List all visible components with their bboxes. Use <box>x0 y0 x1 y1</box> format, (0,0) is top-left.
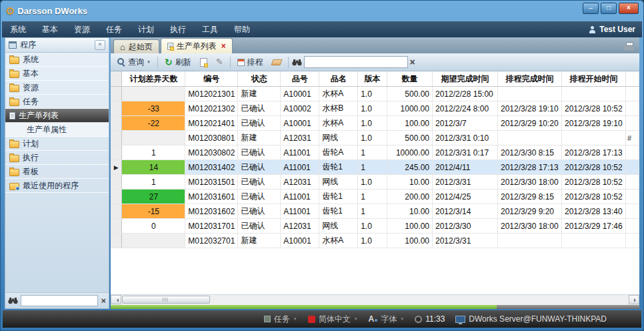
cell[interactable]: M012021401 <box>185 116 238 131</box>
cell-partial[interactable] <box>625 234 639 248</box>
cell[interactable]: 齿轮1 <box>319 160 358 175</box>
cell[interactable]: 2012/3/28 10:52 <box>561 101 625 116</box>
cell[interactable]: A12031 <box>281 219 319 234</box>
cell[interactable]: 2012/3/28 13:40 <box>561 204 625 219</box>
scrollbar-thumb[interactable] <box>122 296 210 304</box>
row-marker[interactable] <box>111 234 122 248</box>
menu-item-计划[interactable]: 计划 <box>130 21 162 37</box>
cell[interactable]: 2012/3/29 10:20 <box>497 116 561 131</box>
column-header[interactable]: 状态 <box>238 71 281 87</box>
cell[interactable]: 已确认 <box>238 219 281 234</box>
cell[interactable]: A11001 <box>281 145 319 160</box>
cell[interactable] <box>561 131 625 145</box>
cell[interactable]: A11001 <box>281 204 319 219</box>
cell[interactable]: 2012/3/31 <box>432 175 497 190</box>
tab-close-icon[interactable]: × <box>221 41 226 51</box>
cell[interactable]: M012031501 <box>185 175 238 190</box>
cell[interactable]: 100.00 <box>387 234 433 248</box>
cell[interactable]: 2012/3/31 0:17 <box>432 145 497 160</box>
cell[interactable]: M012021302 <box>185 101 238 116</box>
cell[interactable]: A10002 <box>281 101 319 116</box>
cell[interactable]: 已确认 <box>238 160 281 175</box>
table-row[interactable]: -22M012021401已确认A10001水杯A1.0100.002012/3… <box>111 116 639 131</box>
cell-partial[interactable]: # <box>625 131 639 145</box>
cell[interactable]: 2012/3/31 <box>432 234 497 248</box>
status-task[interactable]: 任务 ▼ <box>264 314 297 325</box>
cell[interactable]: 1 <box>122 145 185 160</box>
status-server[interactable]: DWorks Server@FUNWAY-THINKPAD <box>455 314 607 324</box>
cell[interactable]: 2012/3/28 19:10 <box>561 116 625 131</box>
cell-partial[interactable] <box>625 145 639 160</box>
cell[interactable]: M012031701 <box>185 219 238 234</box>
cell[interactable]: -33 <box>122 101 185 116</box>
cell[interactable]: 2012/2/28 15:00 <box>432 87 497 101</box>
cell-partial[interactable] <box>625 204 639 219</box>
cell[interactable]: 水杯B <box>319 101 358 116</box>
refresh-button[interactable]: ↻ 刷新 <box>161 55 195 69</box>
cell[interactable]: 200.00 <box>387 190 433 204</box>
cell[interactable]: 2012/3/30 <box>432 219 497 234</box>
cell[interactable]: 2012/3/28 10:52 <box>561 175 625 190</box>
cell[interactable]: 已确认 <box>238 175 281 190</box>
cell[interactable]: 2012/3/28 10:52 <box>561 160 625 175</box>
cell[interactable] <box>122 87 185 101</box>
cell[interactable]: M012032701 <box>185 234 238 248</box>
cell[interactable]: A11001 <box>281 190 319 204</box>
column-header[interactable]: 计划差异天数 <box>122 71 185 87</box>
cell[interactable]: 2012/2/24 8:00 <box>432 101 497 116</box>
edit-button[interactable]: ✎ <box>213 57 227 67</box>
table-row[interactable]: -33M012021302已确认A10002水杯B1.01000.002012/… <box>111 101 639 116</box>
cell[interactable]: 水杯A <box>319 234 358 248</box>
cell-partial[interactable] <box>625 101 639 116</box>
column-header[interactable]: 品名 <box>319 71 358 87</box>
user-box[interactable]: Test User <box>589 25 642 34</box>
sidebar-item[interactable]: 生产单属性 <box>5 123 109 137</box>
cell-partial[interactable] <box>625 190 639 204</box>
status-language[interactable]: 简体中文 ▼ <box>308 314 358 325</box>
cell[interactable]: 已确认 <box>238 190 281 204</box>
cell[interactable]: 1.0 <box>358 101 387 116</box>
table-row[interactable]: 0M012031701已确认A12031网线1.0100.002012/3/30… <box>111 219 639 234</box>
cell[interactable]: 已确认 <box>238 116 281 131</box>
cell[interactable]: 齿轮1 <box>319 204 358 219</box>
sidebar-item[interactable]: 生产单列表 <box>5 109 109 123</box>
cell[interactable]: 齿轮A <box>319 145 358 160</box>
cell[interactable]: A12031 <box>281 175 319 190</box>
cell[interactable]: 新建 <box>238 87 281 101</box>
sidebar-item[interactable]: 计划 <box>5 137 109 151</box>
menu-item-帮助[interactable]: 帮助 <box>226 21 258 37</box>
cell[interactable]: 14 <box>122 160 185 175</box>
table-row[interactable]: M012030801新建A12031网线1.0500.002012/3/31 0… <box>111 131 639 145</box>
cell[interactable]: 2012/3/29 9:20 <box>497 204 561 219</box>
cell-partial[interactable] <box>625 219 639 234</box>
cell[interactable]: 10.00 <box>387 175 433 190</box>
cell[interactable] <box>497 131 561 145</box>
sidebar-collapse-button[interactable]: « <box>95 40 105 50</box>
row-marker[interactable] <box>111 87 122 101</box>
printer-icon[interactable] <box>624 44 634 50</box>
cell[interactable]: A10001 <box>281 87 319 101</box>
table-row[interactable]: M012032701新建A10001水杯A1.0100.002012/3/31 <box>111 234 639 248</box>
status-font[interactable]: A 字体 ▼ <box>369 314 405 325</box>
cell[interactable]: M012021301 <box>185 87 238 101</box>
table-row[interactable]: 1M012031501已确认A12031网线1.010.002012/3/312… <box>111 175 639 190</box>
cell[interactable] <box>122 234 185 248</box>
cell[interactable]: 2012/3/29 8:15 <box>497 190 561 204</box>
row-marker[interactable] <box>111 101 122 116</box>
scroll-left-arrow-icon[interactable] <box>111 295 121 304</box>
row-marker[interactable] <box>111 116 122 131</box>
cell[interactable]: 2012/3/28 17:13 <box>497 160 561 175</box>
sidebar-item[interactable]: 执行 <box>5 151 109 165</box>
cell[interactable] <box>561 234 625 248</box>
sidebar-search-clear-icon[interactable]: × <box>101 296 106 305</box>
cell[interactable]: 已确认 <box>238 204 281 219</box>
cell[interactable]: 网线 <box>319 219 358 234</box>
column-header[interactable]: 数量 <box>387 71 433 87</box>
cell[interactable]: 10.00 <box>387 204 433 219</box>
cell[interactable]: 2012/3/28 17:13 <box>561 145 625 160</box>
cell[interactable]: 10000.00 <box>387 145 433 160</box>
cell[interactable]: M012030802 <box>185 145 238 160</box>
cell[interactable]: 500.00 <box>387 87 433 101</box>
cell[interactable]: 1000.00 <box>387 101 433 116</box>
sidebar-item[interactable]: 最近使用的程序 <box>5 179 109 193</box>
